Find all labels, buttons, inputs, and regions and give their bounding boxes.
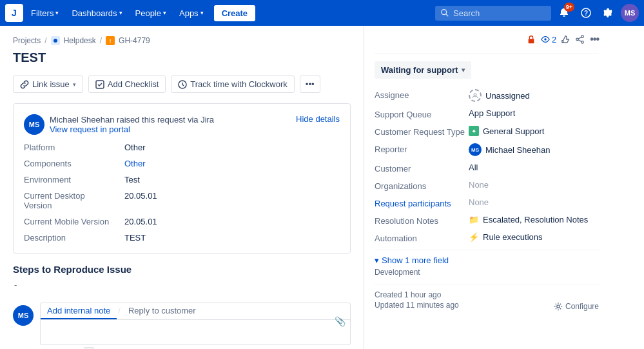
comment-input[interactable] — [41, 324, 350, 344]
lock-icon[interactable] — [527, 35, 536, 44]
card-header: MS Michael Sheehan raised this request v… — [24, 114, 340, 135]
panel-field-assignee: Assignee Unassigned — [375, 89, 599, 102]
breadcrumb-projects[interactable]: Projects — [13, 36, 41, 45]
right-panel: 2 ••• Waiting for support ▾ Assignee — [364, 26, 609, 349]
track-time-button[interactable]: Track time with Clockwork — [171, 75, 294, 93]
svg-point-0 — [442, 10, 447, 15]
breadcrumb-issue-id[interactable]: GH-4779 — [119, 36, 150, 45]
development-label: Development — [375, 268, 599, 277]
panel-field-reporter: Reporter MS Michael Sheehan — [375, 143, 599, 156]
workflow-status-button[interactable]: Waiting for support ▾ — [375, 61, 471, 79]
chevron-down-icon: ▾ — [462, 66, 465, 74]
request-type-icon: ✦ — [469, 126, 479, 136]
customer-label: Customer — [375, 163, 465, 174]
participants-label: Request participants — [375, 197, 465, 208]
chevron-down-icon: ▾ — [119, 10, 122, 16]
assignee-value[interactable]: Unassigned — [469, 89, 599, 102]
request-type-label: Customer Request Type — [375, 126, 465, 137]
support-queue-label: Support Queue — [375, 108, 465, 119]
commenter-avatar: MS — [13, 305, 34, 326]
configure-button[interactable]: Configure — [554, 302, 599, 311]
nav-filters[interactable]: Filters ▾ — [26, 6, 64, 21]
attachment-icon[interactable]: 📎 — [335, 316, 346, 332]
raised-text: Michael Sheehan raised this request via … — [50, 115, 214, 125]
chevron-down-icon: ▾ — [55, 10, 59, 16]
main-layout: Projects / Helpdesk / ! GH-4779 TEST Lin… — [0, 26, 644, 349]
action-bar: Link issue ▾ Add Checklist Track time wi… — [13, 75, 351, 93]
hide-details-link[interactable]: Hide details — [296, 114, 340, 124]
help-icon: ? — [581, 8, 591, 18]
participants-value[interactable]: None — [469, 197, 599, 207]
svg-point-14 — [557, 305, 560, 308]
more-icon[interactable]: ••• — [590, 34, 599, 45]
breadcrumb-helpdesk[interactable]: Helpdesk — [64, 36, 96, 45]
view-portal-link[interactable]: View request in portal — [50, 125, 130, 134]
chevron-down-icon: ▾ — [73, 81, 76, 88]
customer-value[interactable]: All — [469, 163, 599, 172]
notification-badge: 9+ — [564, 3, 574, 12]
automation-value[interactable]: ⚡ Rule executions — [469, 232, 599, 242]
issue-type-icon: ! — [106, 36, 115, 45]
steps-section: Steps to Reproduce Issue - — [13, 264, 351, 290]
panel-field-automation: Automation ⚡ Rule executions — [375, 232, 599, 243]
lightning-icon: ⚡ — [469, 232, 479, 242]
panel-field-customer: Customer All — [375, 163, 599, 174]
create-button[interactable]: Create — [214, 5, 255, 21]
show-more-label: Show 1 more field — [382, 255, 449, 265]
show-more-button[interactable]: ▾ Show 1 more field — [375, 255, 449, 265]
add-checklist-button[interactable]: Add Checklist — [88, 75, 166, 93]
field-label-description: Description — [24, 233, 114, 243]
content-area: Projects / Helpdesk / ! GH-4779 TEST Lin… — [0, 26, 364, 349]
nav-people[interactable]: People ▾ — [130, 6, 171, 21]
tab-reply-customer[interactable]: Reply to customer — [122, 303, 202, 319]
panel-field-participants: Request participants None — [375, 197, 599, 208]
assignee-label: Assignee — [375, 89, 465, 100]
notifications-button[interactable]: 9+ — [555, 4, 573, 22]
nav-dashboards[interactable]: Dashboards ▾ — [66, 6, 127, 21]
settings-button[interactable] — [599, 4, 617, 22]
share-icon[interactable] — [576, 35, 585, 44]
eye-icon-with-count[interactable]: 2 — [541, 35, 556, 45]
top-navigation: J Filters ▾ Dashboards ▾ People ▾ Apps ▾… — [0, 0, 644, 26]
unassigned-icon — [469, 89, 482, 102]
request-fields: Platform Other Components Other Environm… — [24, 143, 340, 243]
tab-internal-note[interactable]: Add internal note — [41, 303, 117, 319]
reporter-avatar: MS — [469, 143, 482, 156]
thumbsup-icon[interactable] — [561, 35, 571, 44]
more-actions-button[interactable]: ••• — [300, 75, 320, 93]
user-avatar-button[interactable]: MS — [621, 4, 639, 22]
search-box[interactable]: Search — [435, 6, 551, 21]
request-type-value[interactable]: ✦ General Support — [469, 126, 599, 136]
app-logo[interactable]: J — [5, 4, 23, 22]
panel-field-resolution-notes: Resolution Notes 📁 Escalated, Resolution… — [375, 215, 599, 226]
steps-content: - — [14, 280, 351, 290]
svg-point-13 — [474, 94, 476, 96]
resolution-notes-value[interactable]: 📁 Escalated, Resolution Notes — [469, 215, 599, 224]
link-issue-button[interactable]: Link issue ▾ — [13, 75, 83, 93]
workflow-status-label: Waiting for support — [381, 65, 458, 75]
search-placeholder: Search — [453, 8, 480, 18]
field-label-platform: Platform — [24, 143, 114, 152]
nav-apps[interactable]: Apps ▾ — [174, 6, 209, 21]
field-value-components[interactable]: Other — [124, 159, 340, 168]
field-value-environment: Test — [124, 175, 340, 184]
resolution-notes-label: Resolution Notes — [375, 215, 465, 226]
card-user: MS Michael Sheehan raised this request v… — [24, 114, 214, 135]
steps-title: Steps to Reproduce Issue — [13, 264, 351, 275]
field-label-desktop-version: Current Desktop Version — [24, 191, 114, 210]
field-label-mobile-version: Current Mobile Version — [24, 217, 114, 226]
updated-time: Updated 11 minutes ago — [375, 301, 459, 310]
help-button[interactable]: ? — [577, 4, 595, 22]
organizations-value[interactable]: None — [469, 180, 599, 190]
panel-field-organizations: Organizations None — [375, 180, 599, 191]
helpdesk-icon — [51, 36, 60, 45]
chevron-down-icon: ▾ — [163, 10, 166, 16]
ellipsis-icon: ••• — [306, 79, 315, 89]
comment-input-container[interactable]: Add internal note / Reply to customer — [40, 303, 351, 345]
configure-label: Configure — [565, 302, 599, 311]
svg-rect-8 — [529, 39, 534, 43]
support-queue-value[interactable]: App Support — [469, 108, 599, 118]
field-label-components: Components — [24, 159, 114, 168]
request-card: MS Michael Sheehan raised this request v… — [13, 103, 351, 254]
search-icon — [440, 8, 449, 17]
